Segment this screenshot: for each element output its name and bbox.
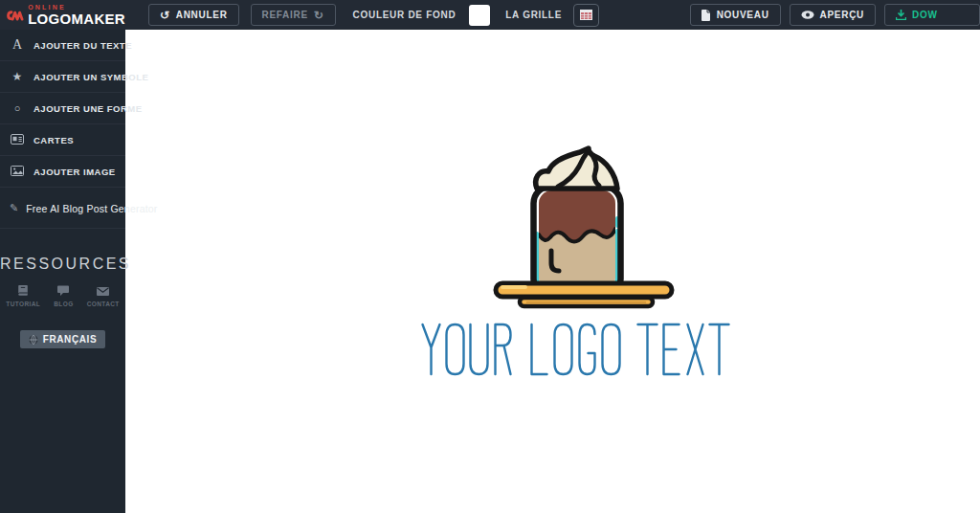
- globe-icon: [29, 335, 38, 345]
- resource-contact[interactable]: CONTACT: [87, 284, 120, 307]
- circle-icon: ○: [10, 102, 25, 114]
- undo-icon: ↺: [160, 10, 170, 21]
- sidebar-item-add-image[interactable]: AJOUTER IMAGE: [0, 156, 125, 188]
- sidebar-item-add-shape[interactable]: ○ AJOUTER UNE FORME: [0, 93, 125, 124]
- sidebar: A AJOUTER DU TEXTE ★ AJOUTER UN SYMBOLE …: [0, 30, 125, 513]
- preview-button[interactable]: APERÇU: [790, 4, 876, 26]
- background-color-label: COULEUR DE FOND: [353, 10, 457, 20]
- brand-online: ONLINE: [28, 4, 125, 11]
- new-label: NOUVEAU: [717, 10, 769, 20]
- resource-blog[interactable]: BLOG: [54, 284, 73, 307]
- resource-contact-label: CONTACT: [87, 301, 120, 307]
- resources-title: RESSOURCES: [0, 256, 125, 273]
- sidebar-item-label: CARTES: [33, 135, 74, 145]
- new-file-icon: [702, 10, 711, 21]
- text-icon: A: [10, 37, 25, 53]
- brand-logo-icon: [7, 5, 24, 26]
- book-icon: [16, 284, 30, 298]
- pencil-icon: ✎: [10, 202, 18, 214]
- sidebar-item-label: AJOUTER UNE FORME: [33, 103, 143, 114]
- grid-toggle-button[interactable]: [573, 4, 599, 27]
- redo-icon: ↻: [314, 10, 324, 21]
- brand-logomaker: LOGOMAKER: [28, 11, 125, 26]
- language-button[interactable]: FRANÇAIS: [20, 330, 105, 348]
- brand[interactable]: ONLINE LOGOMAKER: [0, 0, 125, 30]
- undo-label: ANNULER: [176, 10, 228, 20]
- background-color-swatch[interactable]: [469, 5, 490, 26]
- download-button[interactable]: DOW: [884, 4, 980, 26]
- resource-blog-label: BLOG: [54, 301, 73, 307]
- eye-icon: [801, 11, 814, 19]
- redo-label: REFAIRE: [262, 10, 308, 20]
- sidebar-item-add-text[interactable]: A AJOUTER DU TEXTE: [0, 30, 125, 61]
- design-canvas[interactable]: [125, 30, 980, 513]
- language-label: FRANÇAIS: [43, 334, 97, 345]
- envelope-icon: [96, 284, 110, 298]
- preview-label: APERÇU: [820, 10, 864, 20]
- logo-symbol-coffee-glass[interactable]: [488, 140, 679, 310]
- undo-button[interactable]: ↺ ANNULER: [148, 4, 239, 26]
- top-toolbar: ONLINE LOGOMAKER ↺ ANNULER REFAIRE ↻ COU…: [0, 0, 980, 30]
- sidebar-item-label: AJOUTER UN SYMBOLE: [33, 72, 148, 82]
- sidebar-item-label: AJOUTER IMAGE: [33, 167, 116, 177]
- ai-blog-generator-label: Free AI Blog Post Generator: [26, 203, 157, 214]
- sidebar-item-label: AJOUTER DU TEXTE: [33, 40, 132, 51]
- card-icon: [10, 131, 25, 148]
- download-label: DOW: [912, 10, 938, 20]
- redo-button[interactable]: REFAIRE ↻: [251, 4, 336, 26]
- star-icon: ★: [10, 70, 25, 83]
- resource-tutorial[interactable]: TUTORIAL: [6, 284, 40, 307]
- speech-bubble-icon: [56, 284, 70, 298]
- logo-text-svg: [420, 322, 735, 377]
- sidebar-item-cards[interactable]: CARTES: [0, 124, 125, 156]
- grid-label: LA GRILLE: [505, 10, 562, 20]
- grid-icon: [580, 10, 592, 20]
- image-icon: [10, 163, 25, 180]
- download-icon: [896, 10, 906, 20]
- logo-text[interactable]: [420, 322, 735, 381]
- sidebar-item-add-symbol[interactable]: ★ AJOUTER UN SYMBOLE: [0, 61, 125, 93]
- resources-section: RESSOURCES TUTORIAL BLOG: [0, 256, 125, 307]
- new-button[interactable]: NOUVEAU: [690, 4, 781, 26]
- sidebar-item-ai-blog-generator[interactable]: ✎ Free AI Blog Post Generator: [0, 188, 125, 229]
- resource-tutorial-label: TUTORIAL: [6, 301, 40, 307]
